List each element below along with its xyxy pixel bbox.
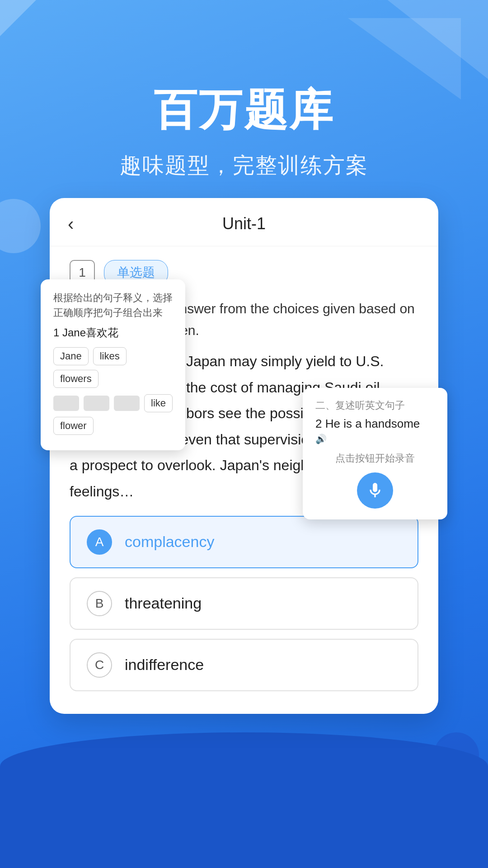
card-bottom-spacer	[50, 700, 438, 714]
record-prompt: 点击按钮开始录音	[315, 452, 435, 465]
word-slot-tag-like[interactable]: like	[144, 394, 173, 412]
option-text-a: complacency	[125, 533, 214, 551]
main-title: 百万题库	[120, 81, 368, 140]
tooltip-listen-repeat: 二、复述听英文句子 2 He is a handsome 🔊 点击按钮开始录音	[303, 388, 447, 519]
tooltip-right-sentence: 2 He is a handsome	[315, 417, 435, 431]
word-slot-2	[84, 396, 109, 411]
option-text-c: indifference	[125, 656, 204, 674]
word-tag-jane[interactable]: Jane	[53, 347, 89, 365]
word-tag-flowers[interactable]: flowers	[53, 370, 99, 388]
word-slot-1	[53, 396, 79, 411]
tooltip-word-order: 根据给出的句子释义，选择正确顺序把句子组合出来 1 Jane喜欢花 Jane l…	[41, 279, 185, 450]
sub-title: 趣味题型，完整训练方案	[120, 151, 368, 180]
word-slot-row-2: flower	[53, 417, 173, 435]
word-slot-3	[114, 396, 140, 411]
back-button[interactable]: ‹	[68, 214, 74, 234]
card-wrapper: 根据给出的句子释义，选择正确顺序把句子组合出来 1 Jane喜欢花 Jane l…	[50, 198, 438, 714]
card-header: ‹ Unit-1	[50, 198, 438, 246]
tooltip-left-title: 根据给出的句子释义，选择正确顺序把句子组合出来	[53, 290, 173, 320]
tooltip-left-sentence: 1 Jane喜欢花	[53, 326, 173, 340]
card-title: Unit-1	[222, 214, 266, 233]
option-circle-b: B	[87, 591, 112, 616]
word-tag-likes[interactable]: likes	[93, 347, 127, 365]
word-slot-small-flower[interactable]: flower	[53, 417, 94, 435]
tooltip-right-label: 二、复述听英文句子	[315, 399, 435, 412]
option-text-b: threatening	[125, 594, 202, 612]
word-slot-row: like	[53, 394, 173, 412]
option-circle-a: A	[87, 529, 112, 555]
header-section: 百万题库 趣味题型，完整训练方案	[120, 0, 368, 180]
option-circle-c: C	[87, 652, 112, 678]
answer-option-c[interactable]: C indifference	[70, 639, 418, 691]
record-button[interactable]	[357, 472, 393, 509]
decoration-wave-bottom	[0, 732, 488, 868]
mic-icon	[366, 481, 384, 500]
answer-option-b[interactable]: B threatening	[70, 577, 418, 630]
audio-icon[interactable]: 🔊	[315, 434, 435, 444]
word-tags: Jane likes flowers	[53, 347, 173, 388]
answer-option-a[interactable]: A complacency	[70, 516, 418, 568]
